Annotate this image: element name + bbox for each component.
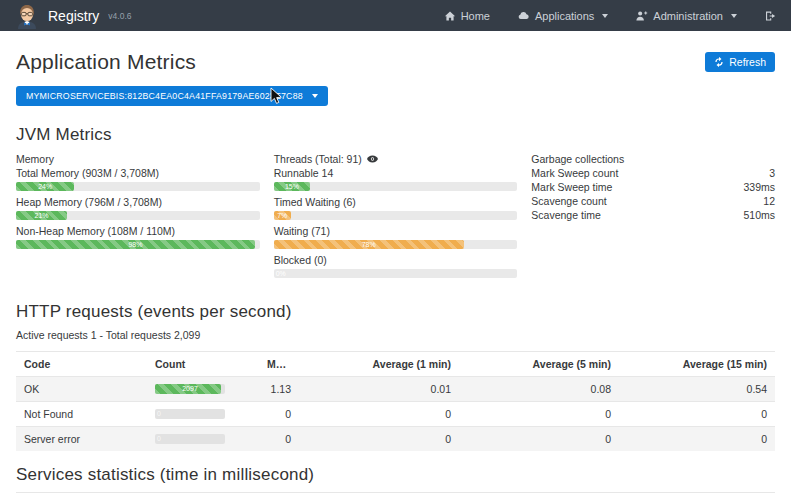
metric-label: Total Memory (903M / 3,708M) (16, 167, 260, 179)
services-column-header: Mean (467, 493, 511, 500)
services-column-header: Count (423, 493, 467, 500)
services-statistics-heading: Services statistics (time in millisecond… (16, 465, 775, 485)
gc-row: Scavenge time510ms (531, 209, 775, 221)
brand[interactable]: Registry v4.0.6 (15, 3, 132, 29)
http-column-header: Average (1 min) (299, 352, 459, 377)
chevron-down-icon (602, 14, 608, 18)
http-value-cell: 0.08 (459, 377, 619, 402)
http-table-row: OK20971.130.010.080.54 (16, 377, 775, 402)
progress-bar-value: 21% (16, 211, 67, 220)
services-column-header: p50 (555, 493, 599, 500)
metric-label: Runnable 14 (274, 167, 518, 179)
progress-bar-value: 98% (16, 240, 255, 249)
http-column-header: Code (16, 352, 147, 377)
http-requests-subtitle: Active requests 1 - Total requests 2,099 (16, 329, 775, 341)
services-column-header: p99 (687, 493, 731, 500)
refresh-button[interactable]: Refresh (705, 52, 775, 72)
http-requests-table: CodeCountMeanAverage (1 min)Average (5 m… (16, 351, 775, 451)
gc-value: 3 (769, 167, 775, 179)
nav-administration-label: Administration (653, 10, 723, 22)
instance-selector-dropdown[interactable]: MYMICROSERVICEBIS:812BC4EA0C4A41FFA9179A… (16, 86, 328, 106)
progress-bar-fill: 21% (16, 211, 67, 220)
metric-label: Timed Waiting (6) (274, 196, 518, 208)
http-value-cell: 0 (459, 402, 619, 427)
http-count-cell: 0 (147, 427, 259, 452)
instance-selector-label: MYMICROSERVICEBIS:812BC4EA0C4A41FFA9179A… (26, 91, 303, 101)
cloud-icon (517, 10, 530, 22)
services-column-header: Max (731, 493, 775, 500)
memory-column: Memory Total Memory (903M / 3,708M)24%He… (16, 152, 260, 283)
progress-bar-track: 7% (274, 211, 518, 220)
http-value-cell: 0 (619, 402, 775, 427)
services-statistics-table: Service nameCountMeanMinp50p75p95p99Max … (16, 492, 775, 500)
jvm-metrics-heading: JVM Metrics (16, 125, 775, 145)
progress-bar-track: 21% (16, 211, 260, 220)
gc-value: 12 (763, 195, 775, 207)
http-value-cell: 0 (619, 427, 775, 452)
http-table-row: Not Found00000 (16, 402, 775, 427)
http-column-header: Count (147, 352, 259, 377)
count-bar-value: 0 (157, 434, 161, 444)
gc-value: 339ms (744, 181, 776, 193)
progress-bar-fill: 15% (274, 182, 311, 191)
metric-label: Heap Memory (796M / 3,708M) (16, 196, 260, 208)
user-plus-icon (635, 10, 648, 22)
progress-bar-fill: 7% (274, 211, 291, 220)
progress-bar-track: 98% (16, 240, 260, 249)
services-column-header: Min (511, 493, 555, 500)
metric-label: Blocked (0) (274, 254, 518, 266)
nav-applications[interactable]: Applications (517, 10, 608, 22)
progress-bar-track: 0% (274, 269, 518, 278)
eye-icon[interactable] (367, 155, 378, 163)
http-code-cell: Not Found (16, 402, 147, 427)
http-column-header: Mean (259, 352, 299, 377)
services-column-header: Service name (16, 493, 423, 500)
nav-administration[interactable]: Administration (635, 10, 737, 22)
progress-bar-track: 78% (274, 240, 518, 249)
http-table-row: Server error00000 (16, 427, 775, 452)
gc-row: Mark Sweep time339ms (531, 181, 775, 193)
progress-bar-value: 15% (274, 182, 311, 191)
progress-bar-fill: 78% (274, 240, 464, 249)
http-count-cell: 2097 (147, 377, 259, 402)
nav-applications-label: Applications (535, 10, 594, 22)
progress-bar-value: 0% (276, 269, 286, 278)
metric-label: Non-Heap Memory (108M / 110M) (16, 225, 260, 237)
http-requests-heading: HTTP requests (events per second) (16, 302, 775, 322)
nav-home-label: Home (461, 10, 490, 22)
main-content: Application Metrics Refresh MYMICROSERVI… (0, 31, 791, 500)
http-value-cell: 0 (259, 402, 299, 427)
http-code-cell: OK (16, 377, 147, 402)
nav-home[interactable]: Home (444, 10, 490, 22)
count-bar-value: 0 (157, 409, 161, 419)
progress-bar-value: 78% (274, 240, 464, 249)
jhipster-avatar-logo (15, 3, 39, 29)
gc-label: Scavenge time (531, 209, 600, 221)
progress-bar-value: 7% (274, 211, 291, 220)
http-value-cell: 0.54 (619, 377, 775, 402)
page-title: Application Metrics (16, 50, 196, 74)
progress-bar-track: 15% (274, 182, 518, 191)
brand-title: Registry (48, 8, 99, 24)
memory-title: Memory (16, 153, 54, 165)
brand-version: v4.0.6 (108, 11, 131, 21)
chevron-down-icon (731, 14, 737, 18)
jvm-metrics-row: Memory Total Memory (903M / 3,708M)24%He… (16, 152, 775, 283)
services-column-header: p75 (599, 493, 643, 500)
gc-row: Mark Sweep count3 (531, 167, 775, 179)
http-count-cell: 0 (147, 402, 259, 427)
http-column-header: Average (15 min) (619, 352, 775, 377)
http-code-cell: Server error (16, 427, 147, 452)
http-value-cell: 0 (259, 427, 299, 452)
http-value-cell: 0 (299, 402, 459, 427)
http-value-cell: 1.13 (259, 377, 299, 402)
progress-bar-fill: 24% (16, 182, 74, 191)
gc-label: Scavenge count (531, 195, 606, 207)
http-value-cell: 0 (459, 427, 619, 452)
count-bar-value: 2097 (155, 384, 225, 394)
gc-row: Scavenge count12 (531, 195, 775, 207)
refresh-button-label: Refresh (729, 56, 766, 68)
sign-out-button[interactable] (764, 10, 777, 22)
chevron-down-icon (312, 94, 318, 98)
progress-bar-track: 24% (16, 182, 260, 191)
